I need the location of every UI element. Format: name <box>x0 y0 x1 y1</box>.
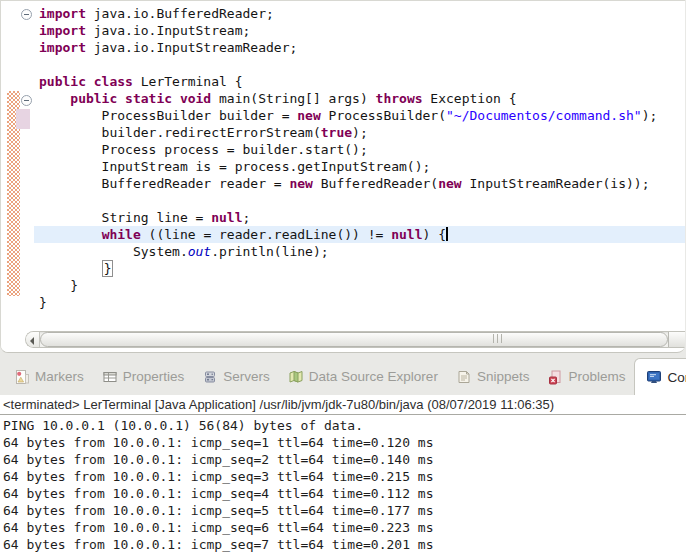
code-line[interactable] <box>34 192 685 209</box>
code-line[interactable] <box>34 56 685 73</box>
console-line: 64 bytes from 10.0.0.1: icmp_seq=4 ttl=6… <box>3 485 686 502</box>
code-line[interactable]: } <box>34 277 685 294</box>
fold-collapse-icon[interactable] <box>21 95 32 106</box>
properties-icon <box>102 369 118 385</box>
code-line[interactable]: import java.io.InputStreamReader; <box>34 39 685 56</box>
tab-label: Servers <box>223 369 270 384</box>
code-line[interactable]: } <box>34 260 685 277</box>
console-line: 64 bytes from 10.0.0.1: icmp_seq=7 ttl=6… <box>3 536 686 553</box>
console-view[interactable]: <terminated> LerTerminal [Java Applicati… <box>0 395 686 557</box>
tab-label: Problems <box>568 369 625 384</box>
tab-console[interactable]: Console <box>634 358 686 395</box>
code-line[interactable]: ProcessBuilder builder = new ProcessBuil… <box>34 107 685 124</box>
console-line: 64 bytes from 10.0.0.1: icmp_seq=6 ttl=6… <box>3 519 686 536</box>
horizontal-scrollbar[interactable] <box>25 331 685 348</box>
code-line[interactable]: String line = null; <box>34 209 685 226</box>
quick-diff-mark <box>16 109 30 129</box>
code-line[interactable]: System.out.println(line); <box>34 243 685 260</box>
console-line: 64 bytes from 10.0.0.1: icmp_seq=3 ttl=6… <box>3 468 686 485</box>
code-line[interactable]: public static void main(String[] args) t… <box>34 90 685 107</box>
tab-snippets[interactable]: Snippets <box>447 358 539 395</box>
tab-label: Data Source Explorer <box>309 369 438 384</box>
code-line[interactable]: InputStream is = process.getInputStream(… <box>34 158 685 175</box>
tab-problems[interactable]: Problems <box>538 358 634 395</box>
text-cursor <box>446 227 448 241</box>
editor-gutter[interactable] <box>1 1 34 352</box>
tab-label: Markers <box>35 369 84 384</box>
scrollbar-right-cap[interactable] <box>668 332 685 347</box>
code-line[interactable]: while ((line = reader.readLine()) != nul… <box>34 226 685 243</box>
tab-label: Properties <box>123 369 185 384</box>
code-line[interactable]: BufferedReader reader = new BufferedRead… <box>34 175 685 192</box>
tab-label: Console <box>667 370 686 385</box>
code-area[interactable]: import java.io.BufferedReader;import jav… <box>34 1 685 330</box>
code-line[interactable]: Process process = builder.start(); <box>34 141 685 158</box>
code-line[interactable]: public class LerTerminal { <box>34 73 685 90</box>
scrollbar-grip-icon <box>493 334 504 343</box>
console-line: 64 bytes from 10.0.0.1: icmp_seq=1 ttl=6… <box>3 434 686 451</box>
servers-icon <box>202 369 218 385</box>
view-tab-bar: MarkersPropertiesServersData Source Expl… <box>0 358 686 395</box>
console-line: 64 bytes from 10.0.0.1: icmp_seq=2 ttl=6… <box>3 451 686 468</box>
console-icon <box>646 369 662 385</box>
fold-collapse-icon[interactable] <box>21 9 32 20</box>
console-output[interactable]: PING 10.0.0.1 (10.0.0.1) 56(84) bytes of… <box>0 415 686 553</box>
console-status-line: <terminated> LerTerminal [Java Applicati… <box>0 395 686 415</box>
scrollbar-thumb[interactable] <box>40 332 668 347</box>
data-source-explorer-icon <box>288 369 304 385</box>
code-line[interactable]: } <box>34 294 685 311</box>
snippets-icon <box>456 369 472 385</box>
java-editor[interactable]: import java.io.BufferedReader;import jav… <box>0 0 685 353</box>
markers-icon <box>14 369 30 385</box>
console-line: 64 bytes from 10.0.0.1: icmp_seq=5 ttl=6… <box>3 502 686 519</box>
scroll-left-arrow[interactable] <box>26 332 40 347</box>
code-line[interactable]: builder.redirectErrorStream(true); <box>34 124 685 141</box>
bottom-view-panel: MarkersPropertiesServersData Source Expl… <box>0 358 686 557</box>
code-line[interactable]: import java.io.InputStream; <box>34 22 685 39</box>
tab-properties[interactable]: Properties <box>93 358 194 395</box>
tab-label: Snippets <box>477 369 530 384</box>
tab-data-source-explorer[interactable]: Data Source Explorer <box>279 358 447 395</box>
tab-markers[interactable]: Markers <box>5 358 93 395</box>
code-line[interactable]: import java.io.BufferedReader; <box>34 5 685 22</box>
tab-servers[interactable]: Servers <box>193 358 279 395</box>
problems-icon <box>547 369 563 385</box>
console-line: PING 10.0.0.1 (10.0.0.1) 56(84) bytes of… <box>3 417 686 434</box>
